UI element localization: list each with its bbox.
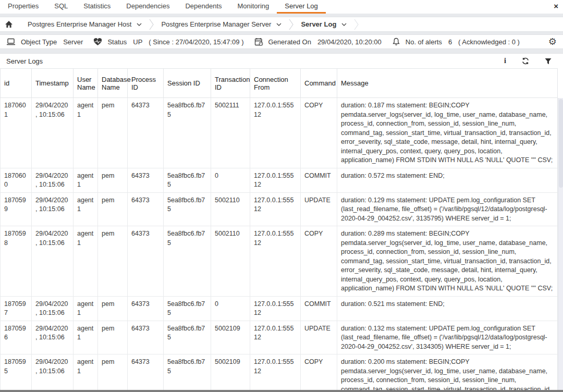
cell-ts: 29/04/2020, 10:15:06: [32, 192, 74, 226]
tab-statistics[interactable]: Statistics: [76, 0, 118, 14]
cell-user: agent1: [74, 321, 98, 354]
breadcrumb-separator-icon: [289, 19, 293, 30]
tab-label: Server Log: [285, 2, 318, 10]
cell-msg: duration: 0.129 ms statement: UPDATE pem…: [337, 192, 558, 226]
cell-conn: 127.0.0.1:55512: [250, 168, 301, 192]
column-header-sess[interactable]: Session ID: [164, 69, 211, 98]
status-since: ( Since : 27/04/2020, 15:47:09 ): [149, 38, 243, 46]
info-icon[interactable]: i: [504, 57, 506, 65]
breadcrumb-label: Postgres Enterprise Manager Host: [28, 20, 131, 28]
object-type-label: Object Type: [21, 38, 57, 46]
table-row[interactable]: 187059929/04/2020, 10:15:06agent1pem6437…: [1, 192, 558, 226]
cell-cmd: COPY: [301, 226, 337, 297]
breadcrumb-separator-icon: [149, 19, 154, 30]
vertical-scrollbar[interactable]: [558, 98, 563, 391]
cell-conn: 127.0.0.1:55512: [250, 296, 301, 321]
cell-sess: 5ea8fbc6.fb75: [164, 98, 211, 168]
cell-id: 1870597: [1, 296, 32, 321]
tab-properties[interactable]: Properties: [0, 0, 46, 14]
table-row[interactable]: 187059529/04/2020, 10:15:06agent1pem6437…: [1, 354, 558, 391]
table-row[interactable]: 187059629/04/2020, 10:15:06agent1pem6437…: [1, 321, 558, 354]
generated-on-label: Generated On: [268, 38, 311, 46]
tab-dependents[interactable]: Dependents: [177, 0, 229, 14]
cell-db: pem: [98, 226, 128, 297]
cell-sess: 5ea8fbc6.fb75: [164, 296, 211, 321]
column-header-ts[interactable]: Timestamp: [32, 69, 74, 98]
table-row[interactable]: 187059729/04/2020, 10:15:06agent1pem6437…: [1, 296, 558, 321]
tab-dependencies[interactable]: Dependencies: [118, 0, 177, 14]
column-header-user[interactable]: User Name: [74, 69, 98, 98]
cell-msg: duration: 0.572 ms statement: END;: [337, 168, 558, 192]
cell-id: 1870600: [1, 168, 32, 192]
cell-proc: 64373: [128, 321, 164, 354]
cell-cmd: COMMIT: [301, 296, 337, 321]
column-header-msg[interactable]: Message: [337, 69, 558, 98]
calendar-clock-icon: [254, 38, 263, 46]
home-icon[interactable]: [5, 20, 13, 28]
cell-proc: 64373: [128, 98, 164, 168]
column-header-proc[interactable]: Process ID: [128, 69, 164, 98]
server-logs-grid: idTimestampUser NameDatabase NameProcess…: [0, 68, 563, 391]
scrollbar-thumb[interactable]: [559, 99, 563, 188]
table-row[interactable]: 187059829/04/2020, 10:15:06agent1pem6437…: [1, 226, 558, 297]
column-header-txn[interactable]: Transaction ID: [211, 69, 250, 98]
tab-label: Dependents: [185, 2, 222, 10]
alerts-acknowledged: ( Acknowledged : 0 ): [458, 38, 520, 46]
cell-db: pem: [98, 296, 128, 321]
cell-conn: 127.0.0.1:55512: [250, 192, 301, 226]
table-row[interactable]: 187060029/04/2020, 10:15:06agent1pem6437…: [1, 168, 558, 192]
cell-cmd: UPDATE: [301, 321, 337, 354]
refresh-icon[interactable]: [522, 57, 529, 65]
cell-txn: 5002109: [211, 354, 250, 391]
tab-label: Monitoring: [238, 2, 270, 10]
cell-sess: 5ea8fbc6.fb75: [164, 168, 211, 192]
cell-ts: 29/04/2020, 10:15:06: [32, 296, 74, 321]
column-header-db[interactable]: Database Name: [98, 69, 128, 98]
tab-monitoring[interactable]: Monitoring: [230, 0, 277, 14]
chevron-down-icon[interactable]: [341, 23, 347, 26]
filter-icon[interactable]: [545, 58, 552, 65]
column-header-conn[interactable]: Connection From: [250, 69, 301, 98]
breadcrumb: Postgres Enterprise Manager Host Postgre…: [0, 17, 563, 32]
cell-txn: 0: [211, 168, 250, 192]
tab-server-log[interactable]: Server Log: [277, 0, 326, 14]
panel-title: Server Logs: [6, 57, 43, 65]
cell-id: 1870598: [1, 226, 32, 297]
server-logs-header: Server Logs i: [0, 54, 563, 68]
cell-ts: 29/04/2020, 10:15:06: [32, 226, 74, 297]
cell-db: pem: [98, 168, 128, 192]
cell-db: pem: [98, 98, 128, 168]
cell-txn: 5002111: [211, 98, 250, 168]
cell-cmd: COMMIT: [301, 168, 337, 192]
cell-conn: 127.0.0.1:55512: [250, 321, 301, 354]
breadcrumb-separator-icon: [354, 19, 359, 30]
tab-label: Statistics: [83, 2, 111, 10]
cell-conn: 127.0.0.1:55512: [250, 354, 301, 391]
cell-msg: duration: 0.521 ms statement: END;: [337, 296, 558, 321]
column-header-id[interactable]: id: [1, 69, 32, 98]
cell-user: agent1: [74, 354, 98, 391]
tab-label: Dependencies: [126, 2, 169, 10]
breadcrumb-item-server[interactable]: Postgres Enterprise Manager Server: [161, 20, 282, 28]
cell-proc: 64373: [128, 296, 164, 321]
close-icon[interactable]: ×: [554, 2, 558, 11]
chevron-down-icon[interactable]: [276, 23, 282, 26]
generated-on-value: 29/04/2020, 10:20:00: [317, 38, 382, 46]
tab-label: SQL: [54, 2, 68, 10]
cell-msg: duration: 0.200 ms statement: BEGIN;COPY…: [337, 354, 558, 391]
tab-sql[interactable]: SQL: [46, 0, 76, 14]
gear-icon[interactable]: ⚙: [548, 37, 557, 46]
chevron-down-icon[interactable]: [137, 23, 142, 26]
horizontal-scrollbar[interactable]: [0, 390, 563, 392]
column-header-cmd[interactable]: Command: [301, 69, 337, 98]
breadcrumb-item-host[interactable]: Postgres Enterprise Manager Host: [28, 20, 142, 28]
cell-cmd: COPY: [301, 98, 337, 168]
cell-cmd: UPDATE: [301, 192, 337, 226]
alerts-count: 6: [448, 38, 452, 46]
table-row[interactable]: 187060129/04/2020, 10:15:06agent1pem6437…: [1, 98, 558, 168]
cell-ts: 29/04/2020, 10:15:06: [32, 354, 74, 391]
tab-label: Properties: [8, 2, 39, 10]
breadcrumb-item-server-log[interactable]: Server Log: [301, 20, 347, 28]
cell-db: pem: [98, 192, 128, 226]
cell-txn: 5002110: [211, 192, 250, 226]
